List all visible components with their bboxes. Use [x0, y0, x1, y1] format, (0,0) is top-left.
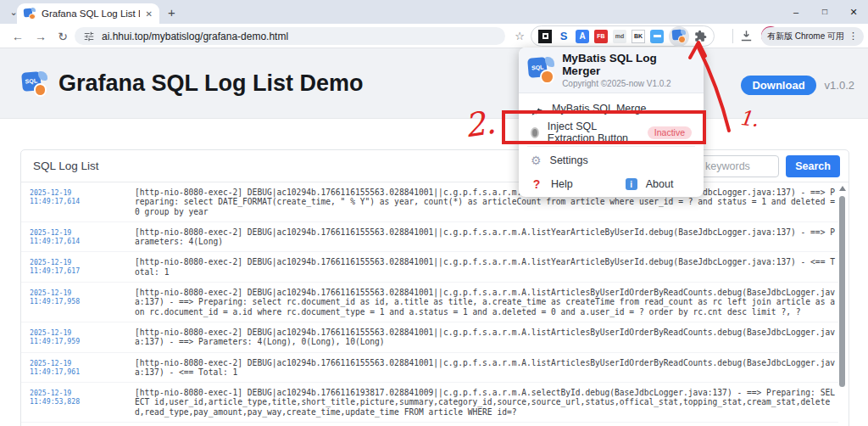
chrome-update-label: 有新版 Chrome 可用 [767, 31, 844, 42]
more-vertical-icon[interactable]: ⋮ [849, 31, 858, 42]
tab-title: Grafana SQL Log List Demo [42, 8, 140, 19]
page-logo-mybatis-icon: SQL [22, 71, 47, 97]
window-minimize-button[interactable]: – [782, 0, 810, 24]
log-row: 2025-12-19 11:49:53,828[http-nio-8080-ex… [21, 383, 838, 423]
page-title: Grafana SQL Log List Demo [58, 70, 364, 97]
new-tab-button[interactable]: + [168, 5, 175, 20]
url-text[interactable]: ai.hhui.top/mybatislog/grafana-demo.html [102, 31, 288, 42]
log-timestamp[interactable]: 2025-12-19 11:49:17,958 [30, 288, 125, 317]
panel-title: SQL Log List [33, 160, 99, 172]
menu-item-label: Settings [550, 154, 588, 166]
notes-extension-icon[interactable] [650, 30, 664, 43]
log-timestamp[interactable]: 2025-12-19 11:49:17,614 [30, 227, 125, 247]
fb-extension-icon[interactable]: FB [594, 30, 608, 43]
site-settings-tune-icon[interactable] [83, 31, 95, 42]
menu-item-help[interactable]: Help [551, 178, 573, 190]
log-message: [http-nio-8080-exec-2] DEBUG|ac10294b.17… [135, 328, 838, 347]
search-button[interactable]: Search [786, 155, 840, 177]
chrome-update-button[interactable]: 有新版 Chrome 可用 ⋮ [761, 27, 864, 46]
back-icon[interactable]: ← [8, 27, 27, 46]
log-row: 2025-12-19 11:49:17,614[http-nio-8080-ex… [21, 222, 838, 253]
log-timestamp[interactable]: 2025-12-19 11:49:17,961 [30, 358, 125, 378]
screenshot-extension-icon[interactable] [538, 30, 552, 43]
popup-logo-mybatis-icon: SQL [528, 57, 554, 84]
log-row: 2025-12-19 11:49:17,617[http-nio-8080-ex… [21, 252, 838, 283]
extensions-puzzle-icon[interactable] [694, 30, 707, 42]
tab-close-icon[interactable]: ✕ [146, 9, 153, 19]
annotation-step-2: 2. [462, 104, 498, 145]
log-message: [http-nio-8080-exec-2] DEBUG|ac10294b.17… [135, 227, 838, 247]
log-message: [http-nio-8080-exec-2] DEBUG|ac10294b.17… [135, 358, 838, 378]
downloads-icon[interactable] [739, 29, 754, 43]
help-icon[interactable]: ? [531, 177, 542, 191]
translate-extension-icon[interactable]: A [576, 30, 589, 43]
log-row: 2025-12-19 11:49:17,961[http-nio-8080-ex… [21, 353, 838, 384]
bookmark-star-icon[interactable]: ☆ [510, 27, 529, 46]
scroll-up-icon[interactable] [839, 186, 846, 191]
log-message: [http-nio-8080-exec-2] DEBUG|ac10294b.17… [135, 257, 838, 277]
version-label: v1.0.2 [825, 79, 854, 92]
forward-icon[interactable]: → [31, 27, 50, 46]
address-bar[interactable]: ai.hhui.top/mybatislog/grafana-demo.html [75, 27, 505, 45]
window-close-button[interactable]: ✕ [839, 0, 868, 24]
log-message: [http-nio-8080-exec-2] DEBUG|ac10294b.17… [135, 188, 838, 216]
menu-item-settings[interactable]: ⚙ Settings [519, 149, 704, 172]
browser-tab[interactable]: Grafana SQL Log List Demo ✕ [17, 3, 159, 24]
tab-favicon-mybatis-icon [24, 8, 36, 20]
annotation-highlight-box [502, 110, 706, 144]
log-timestamp[interactable]: 2025-12-19 11:49:17,959 [30, 328, 125, 347]
log-row: 2025-12-19 11:49:17,958[http-nio-8080-ex… [21, 283, 838, 322]
log-list: 2025-12-19 11:49:17,614[http-nio-8080-ex… [21, 182, 838, 423]
browser-toolbar: ← → ↻ ai.hhui.top/mybatislog/grafana-dem… [0, 24, 868, 48]
window-maximize-button[interactable]: □ [810, 0, 839, 24]
log-timestamp[interactable]: 2025-12-19 11:49:53,828 [30, 388, 125, 417]
popup-copyright: Copyright ©2025-now V1.0.2 [562, 79, 694, 88]
extensions-group: S A FB md BK [531, 25, 715, 47]
scrollbar-thumb[interactable] [839, 196, 845, 387]
reload-icon[interactable]: ↻ [53, 27, 72, 46]
page-header: SQL Grafana SQL Log List Demo Download v… [0, 48, 868, 119]
download-button[interactable]: Download [741, 76, 815, 95]
popup-header: SQL MyBatis SQL Log Merger Copyright ©20… [519, 48, 704, 93]
sql-log-panel: SQL Log List Search 2025-12-19 11:49:17,… [20, 149, 849, 426]
popup-footer-row: ? Help i About [519, 172, 704, 196]
popup-divider [527, 146, 695, 147]
popup-title: MyBatis SQL Log Merger [562, 52, 694, 77]
log-timestamp[interactable]: 2025-12-19 11:49:17,617 [30, 257, 125, 277]
log-scrollbar[interactable] [838, 184, 846, 426]
panel-header: SQL Log List Search [21, 150, 849, 182]
log-timestamp[interactable]: 2025-12-19 11:49:17,614 [30, 188, 125, 216]
annotation-step-1: 1. [738, 106, 760, 132]
info-icon[interactable]: i [626, 178, 637, 190]
bk-extension-icon[interactable]: BK [632, 30, 645, 43]
toolbar-divider [732, 29, 733, 43]
log-message: [http-nio-8080-exec-2] DEBUG|ac10294b.17… [135, 288, 838, 317]
gear-icon: ⚙ [531, 154, 542, 167]
markdown-extension-icon[interactable]: md [613, 30, 626, 43]
menu-item-about[interactable]: About [646, 178, 674, 190]
singlefile-extension-icon[interactable]: S [557, 30, 570, 43]
log-row: 2025-12-19 11:49:17,614[http-nio-8080-ex… [21, 182, 838, 222]
log-message: [http-nio-8080-exec-1] DEBUG|ac10294b.17… [135, 388, 838, 417]
mybatis-extension-icon[interactable] [669, 26, 689, 47]
log-row: 2025-12-19 11:49:17,959[http-nio-8080-ex… [21, 322, 838, 353]
tab-strip: ⌄ Grafana SQL Log List Demo ✕ + – □ ✕ [0, 0, 868, 24]
